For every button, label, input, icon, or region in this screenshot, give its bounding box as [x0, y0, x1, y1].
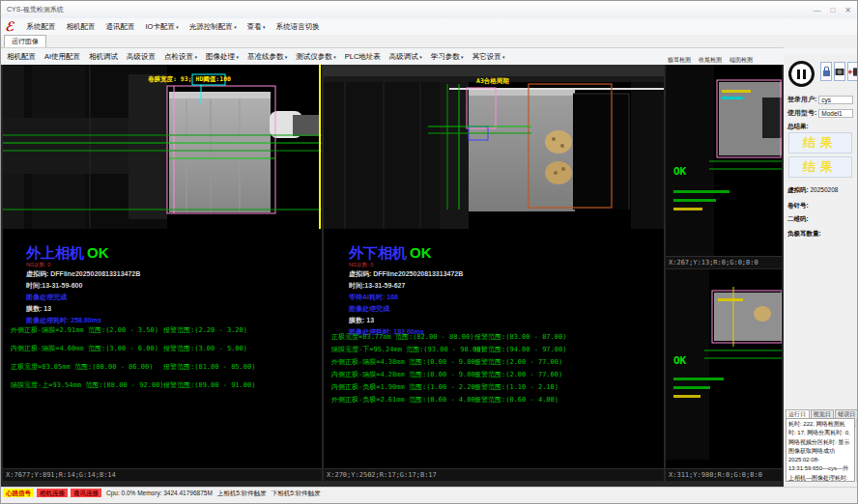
middle-ai-time: 等待AI耗时: 166 [349, 292, 463, 303]
log-output[interactable]: 耗时: 222, 网络检测耗时: 17, 网络分离耗时: 0, 网络视频分区耗时… [786, 418, 855, 482]
left-camera-result-title: 外上相机OK [26, 244, 140, 262]
left-process-done: 图像处理完成 [26, 292, 140, 303]
total-result-label: 总结果: [787, 123, 809, 129]
logout-button[interactable] [847, 62, 858, 81]
toolbar-item-10[interactable]: 学习参数 ▾ [431, 52, 464, 62]
chevron-down-icon: ▾ [501, 54, 505, 60]
left-camera-name: 外上相机 [26, 244, 84, 261]
close-button[interactable]: ✕ [844, 6, 851, 14]
middle-camera-info: 外下相机OK NG次数: 0 虚拟码: DFFline2025020813313… [349, 244, 463, 338]
middle-camera-ok-status: OK [410, 244, 432, 261]
menu-item-3[interactable]: IO卡配置 ▾ [145, 22, 178, 32]
alarm-range-text: 报警范围:(3.00 - 5.00) [163, 340, 247, 358]
small-top-ok-status: OK [673, 165, 686, 178]
left-camera-scene [3, 65, 322, 229]
status-badge-1: 相机连接 [37, 489, 68, 497]
lock-button[interactable] [820, 62, 832, 81]
measurement-row: 外侧正极-负极=2.61mm 范围:(0.60 - 4.00)报警范围:(0.6… [331, 394, 566, 406]
toolbar-item-0[interactable]: 相机配置 [7, 52, 36, 62]
measurement-text: 正极宽度=83.05mm 范围:(80.00 - 86.00) [11, 358, 163, 377]
toolbar-item-1[interactable]: AI使用配置 [44, 52, 80, 62]
viewport-left-camera[interactable]: 卷膜宽度: 93; HD阈值:100 外上相机OK NG次数: 0 虚拟码: D… [3, 65, 322, 481]
model-label: 使用型号: [787, 108, 816, 118]
camera-button[interactable] [834, 62, 845, 81]
tab-row: 运行图像 [1, 35, 784, 48]
chevron-down-icon: ▾ [175, 24, 179, 30]
tab-run-image[interactable]: 运行图像 [4, 35, 46, 47]
app-window: CYS-视觉检测系统 — □ ✕ ℰ 系统配置相机配置通讯配置IO卡配置 ▾光源… [0, 0, 858, 504]
login-user-label: 登录用户: [787, 95, 816, 104]
small-view-captions: 极耳检测收尾检测端面检测 [668, 56, 753, 65]
chevron-down-icon: ▾ [332, 54, 336, 60]
small-top-coordinate-strip: X:267;Y:13;R:0;G:0;B:0 [666, 256, 782, 268]
small-top-scene [666, 65, 782, 256]
measurement-text: 内侧正极-隔膜=4.60mm 范围:(3.00 - 6.00) [11, 340, 163, 358]
middle-measurement-list: 正极宽度=83.77mm 范围:(82.00 - 88.00)报警范围:(83.… [331, 331, 566, 406]
measurement-row: 内侧正极-隔膜=4.28mm 范围:(0.00 - 9.00)报警范围:(2.0… [331, 369, 566, 381]
measurement-text: 外侧正极-隔膜=4.38mm 范围:(0.00 - 9.00) [331, 356, 474, 369]
logout-icon [848, 67, 858, 77]
chevron-down-icon: ▾ [233, 24, 237, 30]
qr-code-label: 二维码: [787, 215, 809, 222]
measurement-row: 内侧正极-负极=1.90mm 范围:(1.00 - 2.20)报警范围:(1.1… [331, 381, 566, 394]
measurement-row: 外侧正极-隔膜=4.38mm 范围:(0.00 - 9.00)报警范围:(2.0… [331, 356, 566, 369]
left-measurement-list: 外侧正极-隔膜=2.91mm 范围:(2.00 - 3.50)报警范围:(2.2… [11, 322, 255, 395]
alarm-range-text: 报警范围:(83.00 - 87.00) [474, 331, 566, 344]
result-display-2: 结果 [788, 156, 852, 178]
virtual-code-label: 虚拟码: [787, 186, 809, 193]
menu-item-2[interactable]: 通讯配置 [105, 22, 134, 32]
needle-number-label: 卷针号: [787, 202, 809, 209]
measurement-text: 外侧正极-负极=2.61mm 范围:(0.60 - 4.00) [331, 394, 474, 406]
maximize-button[interactable]: □ [830, 6, 835, 14]
model-value[interactable]: Model1 [818, 109, 853, 118]
left-coordinate-strip: X:7677;Y:891;R:14;G:14;B:14 [3, 468, 322, 481]
left-overlay-measurement-text: 卷膜宽度: 93; HD阈值:100 [148, 75, 231, 84]
menu-item-5[interactable]: 查看 ▾ [247, 22, 266, 32]
middle-timestamp: 时间:13-31-59-627 [349, 280, 463, 292]
toolbar-item-8[interactable]: PLC地址表 [345, 52, 381, 62]
virtual-code-value: 20250208 [810, 186, 838, 193]
menu-item-6[interactable]: 系统语言切换 [276, 22, 320, 32]
toolbar-item-5[interactable]: 图像处理 ▾ [206, 52, 239, 62]
lower-camera-trigger-status: 下相机5:软件触发 [272, 489, 321, 497]
middle-camera-result-title: 外下相机OK [349, 244, 463, 262]
measurement-text: 内侧正极-负极=1.90mm 范围:(1.00 - 2.20) [331, 381, 474, 394]
toolbar-item-11[interactable]: 其它设置 ▾ [472, 52, 505, 62]
left-camera-info: 外上相机OK NG次数: 0 虚拟码: DFFline2025020813313… [26, 244, 140, 326]
measurement-row: 正极宽度=83.05mm 范围:(80.00 - 86.00)报警范围:(81.… [11, 358, 255, 377]
viewport-small-bottom[interactable]: OK X:311;Y:980;R:0;G:0;B:0 [666, 269, 782, 481]
small-view-caption-1[interactable]: 收尾检测 [699, 56, 722, 65]
toolbar-item-6[interactable]: 基准线参数 ▾ [247, 52, 287, 62]
viewport-middle-camera[interactable]: A3合格周期 外下相机OK NG次数: 0 虚拟码: DFFline202502… [324, 65, 664, 481]
small-view-caption-2[interactable]: 端面检测 [729, 56, 753, 65]
toolbar-item-9[interactable]: 高级调试 ▾ [389, 52, 422, 62]
cpu-memory-status: Cpu: 0.0% Memory: 3424.41796875M [106, 489, 213, 497]
camera-icon [835, 67, 844, 76]
alarm-range-text: 报警范围:(1.10 - 2.10) [474, 381, 558, 394]
toolbar-item-7[interactable]: 测试仪参数 ▾ [296, 52, 335, 62]
measurement-row: 隔膜宽度-上=93.54mm 范围:(88.00 - 92.00)报警范围:(8… [11, 377, 255, 395]
small-view-caption-0[interactable]: 极耳检测 [668, 56, 691, 65]
login-user-value[interactable]: cys [818, 96, 853, 104]
alarm-range-text: 报警范围:(0.60 - 4.00) [474, 394, 558, 406]
viewport-small-top[interactable]: OK X:267;Y:13;R:0;G:0;B:0 [666, 65, 782, 268]
menu-item-4[interactable]: 光源控制配置 ▾ [189, 22, 237, 32]
toolbar-item-4[interactable]: 点检设置 ▾ [164, 52, 197, 62]
left-camera-ok-status: OK [87, 244, 109, 261]
menu-bar: ℰ 系统配置相机配置通讯配置IO卡配置 ▾光源控制配置 ▾查看 ▾系统语言切换 [1, 18, 857, 35]
middle-camera-scene [324, 65, 664, 229]
left-ng-note: NG次数: 0 [26, 262, 140, 268]
menu-item-0[interactable]: 系统配置 [26, 22, 55, 32]
middle-process-done: 图像处理完成 [349, 303, 463, 315]
toolbar-item-3[interactable]: 高级设置 [127, 52, 156, 62]
pause-button[interactable] [788, 61, 815, 87]
minimize-button[interactable]: — [813, 6, 820, 14]
middle-coordinate-strip: X:270;Y:2502;R:17;G:17;B:17 [324, 468, 664, 481]
toolbar-item-2[interactable]: 相机调试 [89, 52, 118, 62]
menu-item-1[interactable]: 相机配置 [66, 22, 95, 32]
chevron-down-icon: ▾ [262, 24, 266, 30]
left-camera-image: 卷膜宽度: 93; HD阈值:100 [3, 65, 322, 229]
result-display-1: 结果 [788, 132, 852, 154]
measurement-text: 隔膜宽度-下=95.24mm 范围:(93.00 - 98.00) [331, 344, 474, 356]
middle-virtual-code: 虚拟码: DFFline2025020813313472B [349, 268, 463, 280]
